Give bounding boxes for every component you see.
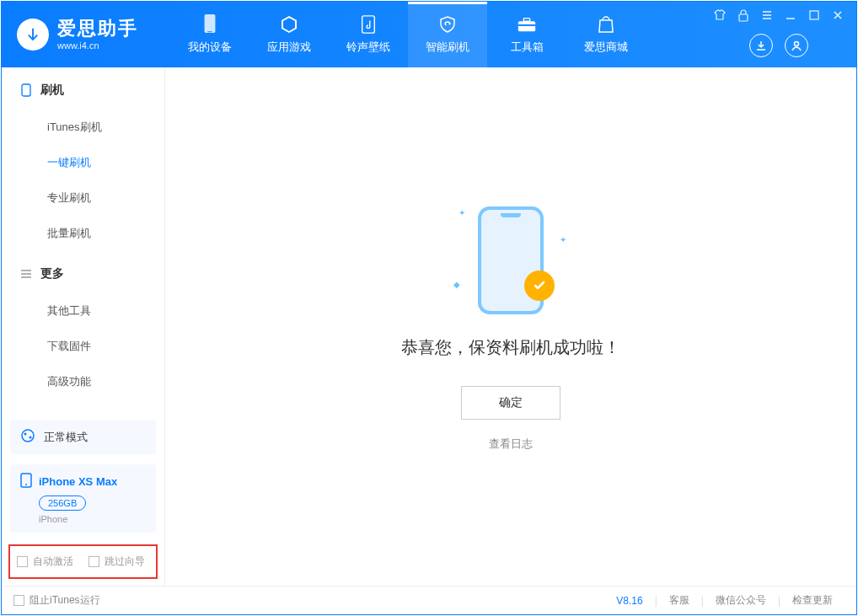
svg-rect-0 — [205, 14, 216, 33]
nav-ringtones-wallpapers[interactable]: 铃声壁纸 — [329, 2, 408, 67]
download-button[interactable] — [749, 34, 773, 57]
mode-box[interactable]: 正常模式 — [10, 420, 156, 454]
toolbox-icon — [517, 14, 537, 35]
sidebar-item-pro-flash[interactable]: 专业刷机 — [2, 180, 164, 216]
device-type: iPhone — [39, 514, 146, 524]
svg-rect-2 — [362, 16, 375, 33]
success-illustration: ✦ ✦ ◆ — [452, 201, 570, 319]
shopping-bag-icon — [596, 14, 616, 35]
sidebar-item-batch-flash[interactable]: 批量刷机 — [2, 216, 164, 251]
sidebar-section-more: 更多 — [2, 251, 164, 293]
nav-apps-games[interactable]: 应用游戏 — [249, 2, 329, 67]
device-info[interactable]: iPhone XS Max 256GB iPhone — [10, 464, 156, 533]
window-controls — [713, 2, 856, 67]
maximize-button[interactable] — [807, 8, 821, 22]
checkbox-icon — [17, 556, 28, 567]
app-name: 爱思助手 — [57, 18, 138, 40]
svg-rect-3 — [518, 21, 535, 31]
svg-rect-4 — [523, 19, 529, 22]
checkbox-icon — [88, 556, 99, 567]
svg-rect-9 — [22, 84, 30, 96]
view-log-link[interactable]: 查看日志 — [489, 437, 533, 452]
svg-point-8 — [795, 42, 799, 46]
highlighted-options: 自动激活 跳过向导 — [8, 544, 158, 579]
confirm-button[interactable]: 确定 — [461, 386, 560, 420]
more-icon — [20, 268, 32, 280]
sidebar: 刷机 iTunes刷机 一键刷机 专业刷机 批量刷机 更多 其他工具 下载固件 … — [2, 67, 165, 586]
nav-store[interactable]: 爱思商城 — [566, 2, 646, 67]
svg-point-12 — [29, 437, 32, 439]
nav-toolbox[interactable]: 工具箱 — [487, 2, 566, 67]
device-capacity: 256GB — [39, 495, 86, 511]
nav-my-device[interactable]: 我的设备 — [170, 2, 249, 67]
mode-label: 正常模式 — [44, 430, 88, 445]
main-panel: ✦ ✦ ◆ 恭喜您，保资料刷机成功啦！ 确定 查看日志 — [165, 67, 856, 586]
sidebar-item-itunes-flash[interactable]: iTunes刷机 — [2, 110, 164, 145]
mode-icon — [20, 428, 35, 446]
minimize-button[interactable] — [784, 8, 797, 22]
footer: 阻止iTunes运行 V8.16 | 客服 | 微信公众号 | 检查更新 — [2, 586, 856, 614]
lock-icon[interactable] — [737, 8, 750, 22]
app-url: www.i4.cn — [57, 40, 138, 51]
device-name-label: iPhone XS Max — [39, 475, 117, 488]
music-file-icon — [358, 14, 378, 35]
cube-icon — [279, 14, 299, 35]
option-block-itunes[interactable]: 阻止iTunes运行 — [13, 593, 100, 608]
svg-rect-5 — [518, 24, 535, 26]
titlebar: 爱思助手 www.i4.cn 我的设备 应用游戏 铃声壁纸 智能刷机 — [2, 2, 856, 67]
option-auto-activate[interactable]: 自动激活 — [17, 554, 73, 569]
close-button[interactable] — [831, 8, 845, 22]
nav-tabs: 我的设备 应用游戏 铃声壁纸 智能刷机 工具箱 爱思商城 — [170, 2, 646, 67]
svg-point-11 — [24, 433, 27, 436]
svg-rect-1 — [207, 31, 212, 32]
user-button[interactable] — [785, 34, 808, 57]
device-phone-icon — [20, 473, 32, 490]
app-logo: 爱思助手 www.i4.cn — [2, 18, 153, 51]
menu-icon[interactable] — [760, 8, 774, 22]
check-badge-icon — [524, 271, 555, 301]
device-icon — [200, 14, 220, 35]
sidebar-item-download-firmware[interactable]: 下载固件 — [2, 329, 164, 364]
logo-icon — [17, 19, 49, 51]
sidebar-item-advanced[interactable]: 高级功能 — [2, 364, 164, 399]
svg-rect-6 — [739, 14, 748, 21]
checkbox-icon — [13, 595, 24, 606]
sidebar-item-other-tools[interactable]: 其他工具 — [2, 293, 164, 329]
phone-icon — [20, 84, 32, 96]
footer-link-support[interactable]: 客服 — [657, 593, 701, 608]
version-label: V8.16 — [616, 595, 642, 607]
shield-sync-icon — [437, 14, 458, 35]
sidebar-section-flash: 刷机 — [2, 67, 164, 110]
nav-smart-flash[interactable]: 智能刷机 — [408, 2, 487, 67]
tshirt-icon[interactable] — [713, 8, 727, 22]
footer-link-update[interactable]: 检查更新 — [780, 593, 845, 608]
svg-point-10 — [22, 430, 34, 442]
svg-rect-7 — [810, 11, 818, 19]
sidebar-item-oneclick-flash[interactable]: 一键刷机 — [2, 145, 164, 180]
success-message: 恭喜您，保资料刷机成功啦！ — [401, 336, 620, 359]
footer-link-wechat[interactable]: 微信公众号 — [704, 593, 778, 608]
svg-point-14 — [25, 484, 27, 485]
option-skip-guide[interactable]: 跳过向导 — [88, 554, 145, 569]
